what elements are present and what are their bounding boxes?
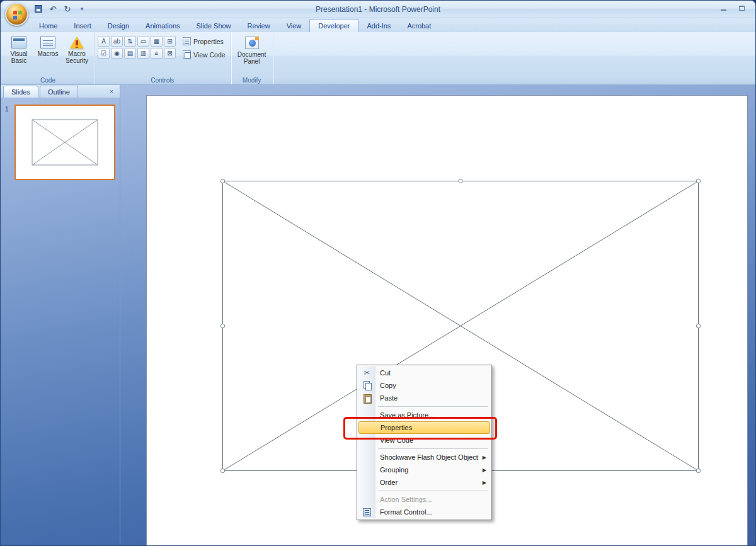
macro-security-label: Macro Security: [64, 50, 90, 64]
menu-item-save-as-picture-label: Save as Picture...: [380, 411, 434, 419]
window-controls: [716, 3, 749, 13]
menu-item-cut[interactable]: ✂ Cut: [358, 367, 490, 379]
tab-insert[interactable]: Insert: [66, 20, 100, 32]
macros-icon: [40, 37, 55, 48]
undo-icon: ↶: [50, 4, 57, 14]
redo-icon: ↻: [64, 4, 71, 14]
maximize-icon: [739, 6, 745, 11]
menu-item-format-control[interactable]: Format Control...: [358, 506, 490, 518]
listbox-control-button[interactable]: ▤: [124, 48, 136, 59]
document-panel-label: Document Panel: [235, 51, 269, 65]
menu-item-action-settings: Action Settings...: [358, 493, 490, 506]
submenu-arrow-icon: ▶: [483, 455, 486, 460]
properties-ribbon-button[interactable]: Properties: [181, 37, 227, 46]
optionbutton-control-button[interactable]: ◉: [111, 48, 123, 59]
format-control-icon: [363, 508, 371, 516]
checkbox-control-button[interactable]: ☑: [98, 48, 110, 59]
cut-icon: ✂: [364, 369, 370, 377]
menu-item-order[interactable]: Order ▶: [358, 476, 490, 489]
tab-outline[interactable]: Outline: [40, 86, 78, 98]
office-button[interactable]: [5, 3, 28, 26]
quick-access-toolbar: ↶ ↻ ▾: [32, 3, 88, 14]
macros-label: Macros: [38, 50, 59, 57]
slide-thumbnail[interactable]: [14, 105, 115, 180]
menu-separator: [378, 406, 488, 407]
togglebutton-control-button[interactable]: ≡: [151, 48, 163, 59]
more-controls-button[interactable]: ⊠: [164, 48, 176, 59]
visual-basic-icon: [11, 37, 26, 48]
menu-item-copy[interactable]: Copy: [358, 379, 490, 392]
document-panel-icon: [245, 37, 259, 49]
label-control-button[interactable]: A: [98, 36, 110, 47]
panel-close-button[interactable]: ×: [107, 87, 116, 96]
titlebar: ↶ ↻ ▾ Presentation1 - Microsoft PowerPoi…: [1, 1, 755, 18]
redo-button[interactable]: ↻: [61, 3, 74, 14]
tab-home[interactable]: Home: [31, 20, 66, 32]
menu-item-action-settings-label: Action Settings...: [380, 496, 432, 503]
tab-view[interactable]: View: [278, 20, 310, 32]
chevron-down-icon: ▾: [81, 6, 84, 12]
scrollbar-control-button[interactable]: ⊞: [164, 36, 176, 47]
controls-group-label: Controls: [94, 77, 231, 84]
image-control-button[interactable]: ▦: [151, 36, 163, 47]
context-menu: ✂ Cut Copy Paste Save as Picture... Prop…: [357, 365, 492, 520]
tab-animations[interactable]: Animations: [137, 20, 188, 32]
slide-thumbnail-row: 1: [1, 98, 120, 180]
menu-item-properties-label: Properties: [381, 424, 412, 431]
menu-item-paste[interactable]: Paste: [358, 392, 490, 404]
menu-item-properties[interactable]: Properties: [358, 421, 490, 434]
minimize-button[interactable]: [716, 3, 731, 13]
tab-slide-show[interactable]: Slide Show: [188, 20, 239, 32]
qat-customize-button[interactable]: ▾: [76, 3, 88, 14]
tab-slides[interactable]: Slides: [3, 86, 38, 98]
undo-button[interactable]: ↶: [47, 3, 59, 14]
code-group-label: Code: [2, 77, 94, 84]
combobox-control-button[interactable]: ▥: [137, 48, 149, 59]
window-title: Presentation1 - Microsoft PowerPoint: [1, 1, 755, 18]
powerpoint-window: ↶ ↻ ▾ Presentation1 - Microsoft PowerPoi…: [0, 0, 756, 546]
submenu-arrow-icon: ▶: [483, 480, 486, 486]
menu-item-view-code-label: View Code: [380, 436, 413, 444]
modify-group-label: Modify: [231, 77, 273, 84]
spin-control-button[interactable]: ⇅: [124, 36, 136, 47]
menu-item-view-code[interactable]: View Code: [358, 434, 490, 446]
menu-item-grouping-label: Grouping: [380, 466, 408, 474]
save-button[interactable]: [32, 3, 45, 14]
tab-acrobat[interactable]: Acrobat: [399, 20, 439, 32]
macros-button[interactable]: Macros: [34, 35, 62, 59]
tab-developer[interactable]: Developer: [309, 19, 358, 32]
slides-panel-tabs: Slides Outline ×: [1, 85, 120, 98]
menu-item-order-label: Order: [380, 479, 398, 486]
command-control-button[interactable]: ▭: [137, 36, 149, 47]
menu-separator: [378, 491, 488, 491]
ribbon-tab-row: Home Insert Design Animations Slide Show…: [1, 18, 755, 32]
maximize-button[interactable]: [734, 3, 749, 13]
visual-basic-button[interactable]: Visual Basic: [5, 35, 33, 66]
tab-review[interactable]: Review: [239, 20, 278, 32]
tab-design[interactable]: Design: [100, 20, 137, 32]
paste-icon: [363, 394, 372, 403]
slides-panel: Slides Outline × 1: [1, 85, 120, 545]
ribbon-group-code: Visual Basic Macros Macro Security Code: [2, 32, 94, 84]
menu-item-paste-label: Paste: [380, 394, 398, 402]
menu-item-copy-label: Copy: [380, 382, 396, 389]
visual-basic-label: Visual Basic: [6, 50, 32, 64]
menu-item-cut-label: Cut: [380, 369, 391, 377]
textbox-control-button[interactable]: ab: [111, 36, 123, 47]
properties-icon: [183, 37, 191, 45]
menu-item-grouping[interactable]: Grouping ▶: [358, 464, 490, 476]
macro-security-icon: [70, 37, 84, 48]
copy-icon: [363, 381, 372, 390]
ribbon-group-modify: Document Panel Modify: [231, 32, 273, 84]
view-code-ribbon-button[interactable]: View Code: [181, 50, 227, 59]
tab-add-ins[interactable]: Add-Ins: [358, 20, 399, 32]
menu-item-save-as-picture[interactable]: Save as Picture...: [358, 409, 490, 421]
macro-security-button[interactable]: Macro Security: [63, 35, 91, 66]
menu-item-format-control-label: Format Control...: [380, 508, 432, 516]
menu-separator: [378, 448, 488, 449]
controls-grid: A ab ⇅ ▭ ▦ ⊞ ☑ ◉ ▤ ▥ ≡ ⊠: [98, 36, 176, 59]
thumbnail-flash-placeholder: [16, 106, 114, 179]
document-panel-button[interactable]: Document Panel: [234, 35, 270, 67]
ribbon-group-controls: A ab ⇅ ▭ ▦ ⊞ ☑ ◉ ▤ ▥ ≡ ⊠ Properties: [94, 32, 231, 84]
menu-item-shockwave-flash-object[interactable]: Shockwave Flash Object Object ▶: [358, 451, 490, 464]
